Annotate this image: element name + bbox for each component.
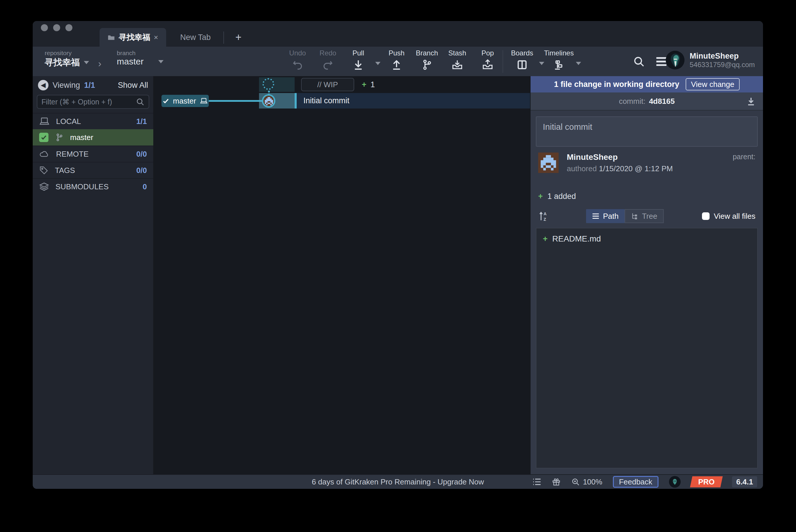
commit-node-avatar[interactable] (262, 94, 275, 108)
toolbar-separator (503, 50, 503, 73)
commit-detail-panel: 1 file change in working directory View … (530, 76, 763, 474)
sidebar-section-tags[interactable]: TAGS 0/0 (33, 162, 153, 178)
viewing-label: Viewing (53, 81, 80, 90)
file-list-controls: AZ Path Tree View all files (538, 209, 755, 223)
push-button[interactable]: Push (379, 49, 414, 71)
add-tab-button[interactable]: + (235, 28, 241, 47)
tab-close-icon[interactable]: × (153, 33, 158, 42)
view-all-files-checkbox[interactable] (702, 212, 709, 220)
tab-divider (223, 32, 224, 44)
section-count: 1/1 (137, 117, 147, 126)
filter-input[interactable] (41, 98, 136, 106)
tree-icon (631, 212, 639, 220)
gitkraken-logo[interactable] (669, 476, 681, 488)
check-icon (162, 97, 169, 104)
branch-selector[interactable]: branch master (117, 50, 164, 66)
banner-text: 1 file change in working directory (554, 80, 679, 89)
redo-button[interactable]: Redo (310, 49, 345, 71)
commit-author-row: MinuteSheep authored 1/15/2020 @ 1:12 PM… (538, 153, 755, 173)
tree-toggle-button[interactable]: Tree (625, 209, 664, 223)
gift-icon[interactable] (552, 477, 561, 486)
pull-button[interactable]: Pull (341, 49, 376, 71)
close-window-button[interactable] (41, 24, 48, 31)
tab-new[interactable]: New Tab (180, 28, 211, 47)
download-icon[interactable] (746, 97, 756, 107)
commit-sha-bar: commit: 4d8165 (530, 93, 763, 111)
commit-label: commit: (619, 97, 645, 106)
working-directory-banner: 1 file change in working directory View … (530, 76, 763, 93)
plus-icon: + (362, 80, 366, 89)
laptop-icon (39, 117, 50, 126)
branch-filter[interactable] (37, 95, 149, 109)
commit-graph[interactable]: master // WIP + 1 Initial commit (154, 76, 530, 474)
stash-button[interactable]: Stash (440, 49, 475, 71)
view-change-button[interactable]: View change (686, 78, 739, 90)
commit-message-row[interactable]: Initial commit (303, 93, 349, 109)
pro-badge[interactable]: PRO (690, 476, 723, 487)
undo-button[interactable]: Undo (280, 49, 315, 71)
user-profile[interactable]: MinuteSheep 546331759@qq.com (666, 51, 755, 70)
repository-selector[interactable]: repository 寻找幸福 (45, 50, 89, 69)
wip-label-box[interactable]: // WIP (301, 78, 354, 91)
sidebar-section-local[interactable]: LOCAL 1/1 (33, 113, 153, 129)
pop-button[interactable]: Pop (470, 49, 505, 71)
wip-node[interactable] (263, 78, 274, 90)
show-all-button[interactable]: Show All (118, 81, 148, 90)
user-avatar (666, 51, 685, 70)
version-badge: 6.4.1 (732, 476, 757, 487)
sidebar-section-remote[interactable]: REMOTE 0/0 (33, 146, 153, 162)
branch-checkbox[interactable] (39, 133, 49, 142)
push-icon (391, 59, 402, 71)
boards-icon (516, 59, 528, 71)
sidebar-branch-master[interactable]: master (33, 129, 153, 146)
zoom-window-button[interactable] (66, 24, 72, 31)
file-list: + README.md (536, 228, 758, 469)
section-count: 0 (143, 182, 147, 191)
added-count: 1 added (547, 192, 576, 201)
sidebar-section-submodules[interactable]: SUBMODULES 0 (33, 178, 153, 194)
tab-folder-icon (107, 34, 115, 40)
tab-active[interactable]: 寻找幸福 × (100, 28, 166, 47)
view-all-files-toggle[interactable]: View all files (702, 212, 755, 221)
branch-icon (55, 133, 64, 142)
commit-message-box[interactable]: Initial commit (536, 116, 758, 147)
tab-active-label: 寻找幸福 (119, 32, 150, 43)
boards-button[interactable]: Boards (505, 49, 540, 71)
stash-icon (451, 59, 463, 71)
sort-az-icon[interactable]: AZ (538, 210, 548, 222)
zoom-control[interactable]: 100% (571, 477, 602, 487)
wip-connector-line (268, 91, 270, 94)
section-count: 0/0 (137, 150, 147, 159)
authored-date: 1/15/2020 @ 1:12 PM (599, 164, 673, 173)
chevron-right-icon: › (98, 58, 101, 69)
minimize-window-button[interactable] (53, 24, 60, 31)
branch-button[interactable]: Branch (410, 49, 445, 71)
user-name: MinuteSheep (690, 52, 755, 61)
file-name: README.md (552, 234, 601, 244)
path-toggle-button[interactable]: Path (586, 209, 625, 223)
author-name: MinuteSheep (567, 153, 673, 162)
commit-sha[interactable]: 4d8165 (649, 97, 674, 106)
added-file-icon: + (543, 234, 547, 244)
list-icon (592, 213, 599, 219)
timelines-dropdown-caret[interactable] (576, 62, 581, 65)
view-all-files-label: View all files (714, 212, 755, 221)
feedback-button[interactable]: Feedback (613, 476, 658, 488)
timelines-button[interactable]: Timelines (541, 49, 576, 71)
pull-icon (352, 59, 364, 71)
chevron-down-icon (158, 60, 164, 63)
file-row[interactable]: + README.md (537, 228, 757, 249)
section-label: TAGS (55, 166, 75, 175)
tag-icon (39, 166, 49, 175)
changelog-list-icon[interactable] (532, 478, 541, 486)
master-branch-pill[interactable]: master (162, 95, 209, 107)
search-icon[interactable] (633, 55, 645, 68)
pill-branch-name: master (173, 97, 196, 106)
files-added-summary: + 1 added (538, 192, 755, 201)
section-label: REMOTE (56, 150, 89, 159)
status-bar: 6 days of GitKraken Pro Remaining - Upgr… (33, 474, 763, 489)
wip-label: // WIP (318, 80, 338, 89)
collapse-sidebar-icon[interactable]: ◀ (38, 80, 49, 90)
search-icon (136, 97, 145, 106)
section-label: SUBMODULES (55, 182, 109, 191)
